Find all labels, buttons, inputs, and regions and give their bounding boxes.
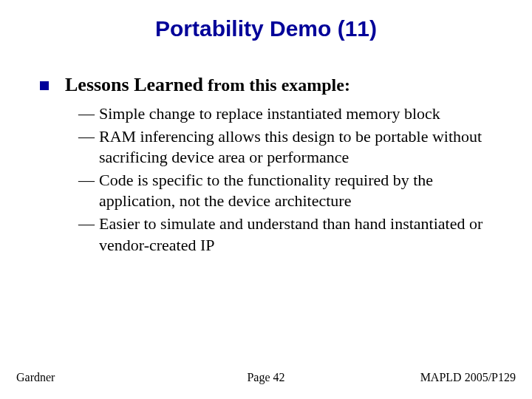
slide: Portability Demo (11) Lessons Learned fr… bbox=[0, 0, 532, 399]
dash-icon: — bbox=[78, 103, 99, 125]
list-item: — Simple change to replace instantiated … bbox=[78, 103, 502, 125]
heading-tail: from this example: bbox=[203, 75, 350, 95]
list-item: — Code is specific to the functionality … bbox=[78, 170, 502, 212]
list-item-text: Code is specific to the functionality re… bbox=[99, 170, 502, 212]
square-bullet-icon bbox=[40, 81, 49, 90]
list-item: — RAM inferencing allows this design to … bbox=[78, 126, 502, 168]
sub-bullet-list: — Simple change to replace instantiated … bbox=[78, 103, 502, 256]
bullet-level1: Lessons Learned from this example: bbox=[40, 74, 502, 96]
slide-body: Lessons Learned from this example: — Sim… bbox=[40, 74, 502, 257]
list-item-text: RAM inferencing allows this design to be… bbox=[99, 126, 502, 168]
footer-right: MAPLD 2005/P129 bbox=[420, 371, 516, 384]
list-item-text: Easier to simulate and understand than h… bbox=[99, 214, 502, 256]
dash-icon: — bbox=[78, 126, 99, 148]
heading-bold: Lessons Learned bbox=[65, 74, 203, 95]
list-item-text: Simple change to replace instantiated me… bbox=[99, 103, 502, 125]
dash-icon: — bbox=[78, 170, 99, 191]
heading-text: Lessons Learned from this example: bbox=[65, 74, 350, 96]
dash-icon: — bbox=[78, 214, 99, 235]
list-item: — Easier to simulate and understand than… bbox=[78, 214, 502, 256]
slide-title: Portability Demo (11) bbox=[0, 16, 532, 41]
